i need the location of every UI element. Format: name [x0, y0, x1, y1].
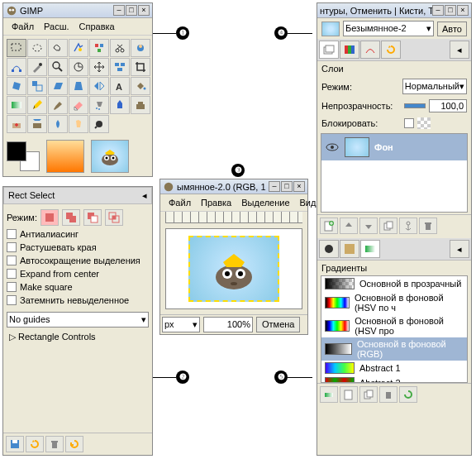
anchor-layer-button[interactable] [399, 218, 417, 234]
gradient-list[interactable]: Основной в прозрачный Основной в фоновой… [321, 275, 468, 383]
tool-free-select[interactable] [48, 39, 68, 57]
dock-menu-button[interactable]: ◂ [450, 41, 469, 59]
tab-paths[interactable] [360, 41, 380, 59]
titlebar[interactable]: GIMP – □ × [3, 3, 152, 18]
menu-file[interactable]: Файл [7, 20, 39, 33]
lock-alpha-checkbox[interactable] [404, 118, 414, 128]
layer-item[interactable]: Фон [321, 134, 467, 160]
auto-button[interactable]: Авто [437, 22, 467, 36]
duplicate-layer-button[interactable] [379, 218, 397, 234]
gradient-item[interactable]: Основной в фоновой (HSV про [321, 314, 467, 337]
fg-bg-colors[interactable] [7, 141, 40, 171]
dock-menu-button[interactable]: ◂ [450, 240, 469, 258]
cb-expand[interactable] [7, 269, 17, 279]
tool-foreground-select[interactable] [131, 39, 150, 57]
lower-layer-button[interactable] [359, 218, 378, 234]
tool-color-picker[interactable] [27, 58, 47, 76]
close-button[interactable]: × [457, 5, 469, 16]
layer-thumbnail[interactable] [345, 137, 369, 157]
menu-file[interactable]: Файл [164, 196, 196, 209]
minimize-button[interactable]: – [113, 5, 125, 16]
tool-move[interactable] [89, 58, 109, 76]
tool-ink[interactable] [110, 96, 130, 114]
tool-flip[interactable] [89, 77, 109, 95]
menu-ext[interactable]: Расш. [39, 20, 74, 33]
mode-subtract[interactable] [83, 209, 102, 226]
ruler-horizontal[interactable] [165, 212, 302, 223]
tool-ellipse-select[interactable] [27, 39, 47, 57]
tool-dodge[interactable] [89, 115, 109, 133]
close-button[interactable]: × [138, 5, 150, 16]
menu-edit[interactable]: Правка [196, 196, 236, 209]
minimize-button[interactable]: – [269, 181, 280, 192]
tool-scissors[interactable] [110, 39, 130, 57]
delete-options-button[interactable] [45, 436, 64, 452]
tool-rect-select[interactable] [7, 39, 26, 57]
tool-blur[interactable] [48, 115, 68, 133]
delete-gradient-button[interactable] [379, 386, 397, 403]
tool-blend[interactable] [7, 96, 26, 114]
minimize-button[interactable]: – [432, 5, 444, 16]
tool-paths[interactable] [7, 58, 26, 76]
tool-shear[interactable] [48, 77, 68, 95]
tab-layers[interactable] [319, 41, 339, 59]
tab-undo[interactable] [381, 41, 401, 59]
gradient-item[interactable]: Abstract 1 [321, 361, 467, 375]
duplicate-gradient-button[interactable] [359, 386, 378, 403]
dock-menu-icon[interactable]: ◂ [142, 190, 147, 201]
gradient-item[interactable]: Основной в прозрачный [321, 276, 467, 291]
layer-name[interactable]: Фон [374, 142, 393, 152]
restore-options-button[interactable] [26, 436, 44, 452]
pattern-preview[interactable] [91, 140, 129, 173]
menu-select[interactable]: Выделение [236, 196, 294, 209]
selection-marquee[interactable] [188, 236, 279, 302]
brush-preview[interactable] [46, 140, 84, 173]
new-layer-button[interactable] [320, 218, 338, 234]
tool-paintbrush[interactable] [48, 96, 68, 114]
tab-brushes[interactable] [319, 240, 339, 258]
refresh-gradient-button[interactable] [399, 386, 417, 403]
opacity-value[interactable]: 100,0 [429, 99, 467, 112]
tool-measure[interactable] [69, 58, 88, 76]
tab-gradients[interactable] [360, 240, 380, 258]
rect-controls-expander[interactable]: ▷ Rectangle Controls [7, 329, 149, 345]
mode-add[interactable] [62, 209, 80, 226]
image-select[interactable]: Безымянное-2▾ [343, 21, 434, 36]
fg-color[interactable] [7, 141, 26, 161]
titlebar[interactable]: нтуры, Отменить | Кисти, Текс – □ × [317, 3, 471, 18]
guides-select[interactable]: No guides▾ [7, 312, 149, 328]
tool-crop[interactable] [131, 58, 150, 76]
tool-fuzzy-select[interactable] [69, 39, 88, 57]
tool-smudge[interactable] [69, 115, 88, 133]
edit-gradient-button[interactable] [320, 386, 338, 403]
close-button[interactable]: × [293, 181, 305, 192]
mode-intersect[interactable] [105, 209, 123, 226]
tool-clone[interactable] [131, 96, 150, 114]
image-thumb[interactable] [321, 22, 340, 36]
tool-bucket-fill[interactable] [131, 77, 150, 95]
tool-perspective[interactable] [69, 77, 88, 95]
zoom-select[interactable]: 100% [203, 317, 253, 332]
cb-square[interactable] [7, 282, 17, 292]
gradient-item-selected[interactable]: Основной в фоновой (RGB) [321, 337, 467, 361]
cb-darken[interactable] [7, 295, 17, 305]
tab-patterns[interactable] [340, 240, 359, 258]
tool-perspective-clone[interactable] [27, 115, 47, 133]
new-gradient-button[interactable] [340, 386, 358, 403]
unit-select[interactable]: px▾ [162, 317, 200, 332]
canvas[interactable] [165, 228, 302, 309]
tool-text[interactable]: A [110, 77, 130, 95]
visibility-icon[interactable] [325, 141, 340, 154]
tool-pencil[interactable] [27, 96, 47, 114]
tool-heal[interactable] [7, 115, 26, 133]
opacity-slider[interactable] [404, 103, 426, 108]
gradient-item[interactable]: Основной в фоновой (HSV по ч [321, 291, 467, 314]
tool-color-select[interactable] [89, 39, 109, 57]
maximize-button[interactable]: □ [126, 5, 137, 16]
mode-replace[interactable] [40, 209, 59, 226]
titlebar[interactable]: ымянное-2.0 (RGB, 1 слой) 10 – □ × [160, 179, 307, 194]
cancel-button[interactable]: Отмена [256, 317, 300, 332]
save-options-button[interactable] [6, 436, 24, 452]
tool-zoom[interactable] [48, 58, 68, 76]
gradient-item[interactable]: Abstract 2 [321, 375, 467, 383]
